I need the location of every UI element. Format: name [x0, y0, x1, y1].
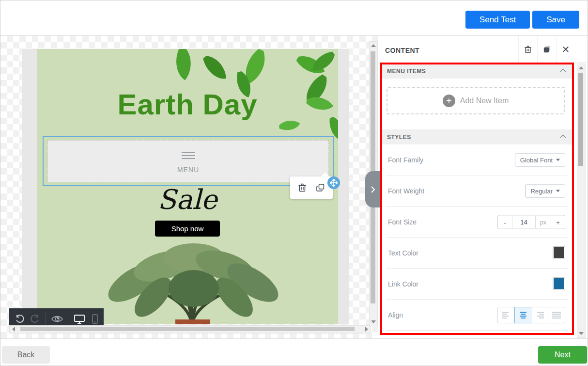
font-size-value[interactable]: 14 [512, 216, 535, 229]
plus-icon: + [443, 95, 455, 107]
link-color-swatch[interactable] [553, 277, 565, 290]
shop-now-button[interactable]: Shop now [155, 221, 220, 237]
align-justify-icon [552, 312, 561, 318]
font-family-dropdown[interactable]: Global Font [515, 154, 565, 167]
panel-title: CONTENT [385, 47, 419, 54]
font-size-row: Font Size - 14 px + [381, 207, 573, 238]
font-size-decrease-button[interactable]: - [498, 216, 512, 229]
next-button[interactable]: Next [538, 346, 587, 364]
top-bar: Send Test Save [0, 0, 588, 36]
email-heading[interactable]: Earth Day [37, 88, 338, 121]
menu-block[interactable]: MENU [47, 140, 329, 182]
caret-down-icon [556, 159, 560, 161]
font-size-stepper: - 14 px + [497, 215, 565, 229]
redo-button[interactable] [29, 313, 42, 325]
styles-section-header[interactable]: STYLES [381, 129, 573, 144]
delete-content-button[interactable] [523, 44, 533, 55]
preview-button[interactable] [50, 313, 64, 325]
duplicate-content-button[interactable] [542, 44, 553, 55]
toolbar-divider [68, 313, 68, 325]
undo-button[interactable] [13, 313, 26, 325]
send-test-button[interactable]: Send Test [465, 11, 530, 29]
font-weight-value: Regular [530, 188, 553, 195]
text-color-label: Text Color [388, 249, 418, 257]
text-color-row: Text Color [381, 238, 573, 269]
duplicate-block-button[interactable] [315, 182, 326, 193]
editor-canvas: Earth Day MENU Sale Shop now [0, 36, 378, 338]
back-button[interactable]: Back [2, 346, 50, 364]
move-icon [330, 179, 338, 187]
email-builder-window: Send Test Save Earth Day [0, 0, 588, 366]
font-family-label: Font Family [388, 156, 423, 164]
font-family-value: Global Font [520, 157, 553, 164]
save-button[interactable]: Save [532, 11, 579, 29]
align-left-icon [502, 312, 511, 318]
scroll-up-arrow[interactable] [579, 66, 584, 69]
menu-items-section-header[interactable]: MENU ITEMS [381, 64, 573, 79]
section-title: STYLES [387, 134, 411, 141]
align-right-icon [535, 312, 544, 318]
trash-icon [524, 45, 532, 54]
trash-icon [297, 183, 307, 192]
font-weight-label: Font Weight [388, 187, 424, 195]
scroll-down-arrow[interactable] [579, 332, 584, 335]
font-weight-dropdown[interactable]: Regular [525, 185, 565, 198]
align-right-button[interactable] [531, 307, 548, 323]
footer-bar: Back Next [0, 338, 588, 366]
mobile-view-button[interactable] [90, 312, 100, 326]
scroll-up-arrow[interactable] [371, 44, 376, 47]
link-color-label: Link Color [388, 280, 418, 288]
add-new-item-label: Add New Item [460, 96, 509, 105]
align-left-button[interactable] [497, 307, 514, 323]
panel-collapse-tab[interactable] [365, 171, 380, 207]
plant-image [80, 238, 303, 324]
section-title: MENU ITEMS [387, 68, 426, 75]
close-panel-button[interactable]: ✕ [561, 48, 571, 50]
scroll-down-arrow[interactable] [371, 320, 376, 323]
chevron-up-icon [560, 134, 566, 138]
align-button-group [497, 307, 565, 323]
hamburger-icon [182, 150, 195, 161]
link-color-row: Link Color [381, 269, 573, 300]
add-new-item-button[interactable]: + Add New Item [387, 87, 565, 114]
font-size-increase-button[interactable]: + [551, 216, 565, 229]
move-handle[interactable] [327, 176, 340, 189]
font-size-label: Font Size [388, 218, 417, 226]
block-actions-popover [290, 176, 333, 199]
panel-scrollbar[interactable] [577, 64, 586, 338]
align-center-icon [519, 312, 527, 318]
desktop-view-button[interactable] [72, 312, 87, 326]
duplicate-icon [542, 45, 552, 54]
delete-block-button[interactable] [296, 182, 308, 193]
align-justify-button[interactable] [548, 307, 565, 323]
chevron-up-icon [560, 68, 566, 72]
text-color-swatch[interactable] [553, 246, 565, 259]
menu-block-label: MENU [48, 166, 328, 174]
scrollbar-thumb[interactable] [20, 327, 355, 331]
align-label: Align [388, 311, 403, 319]
panel-header: CONTENT [378, 36, 588, 63]
scrollbar-thumb[interactable] [578, 73, 583, 166]
font-weight-row: Font Weight Regular [381, 175, 573, 207]
font-size-unit: px [535, 216, 551, 229]
scroll-right-arrow[interactable] [365, 327, 368, 332]
chevron-right-icon [371, 186, 375, 193]
toolbar-divider [46, 313, 46, 325]
content-panel: CONTENT [378, 36, 588, 338]
canvas-horizontal-scrollbar[interactable] [9, 325, 371, 334]
scroll-left-arrow[interactable] [12, 327, 15, 332]
caret-down-icon [556, 190, 560, 192]
align-row: Align [381, 300, 573, 331]
align-center-button[interactable] [514, 307, 531, 323]
font-family-row: Font Family Global Font [381, 144, 573, 175]
duplicate-icon [316, 183, 325, 192]
